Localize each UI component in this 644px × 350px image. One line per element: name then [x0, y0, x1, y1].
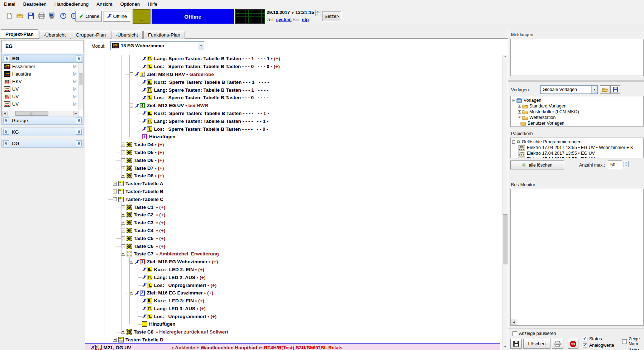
- collapse-icon[interactable]: ≫: [76, 56, 81, 61]
- tree-row[interactable]: ✗Kurz: LED 2: EIN • (+): [85, 266, 500, 274]
- expand-icon[interactable]: +: [121, 143, 125, 147]
- expand-icon[interactable]: +: [121, 166, 125, 170]
- tree-row[interactable]: +Taste C5 • (+): [85, 234, 500, 242]
- collapse-icon[interactable]: −: [512, 99, 515, 102]
- tree-row[interactable]: ✗Los: Sperre Tasten: Tabelle B Tasten - …: [85, 63, 500, 71]
- expand-icon[interactable]: +: [121, 205, 125, 209]
- checkbox-icon[interactable]: [583, 343, 587, 348]
- module-list-item[interactable]: SHSUVM: [2, 100, 83, 108]
- vorlagen-dropdown[interactable]: Globale Vorlagen ▼: [540, 85, 598, 94]
- tree-row[interactable]: −✗1Ziel: M18 EG Wohnzimmer • (+): [85, 258, 500, 266]
- tree-row[interactable]: ✗Lang: Sperre Tasten: Tabelle B Tasten -…: [85, 117, 500, 125]
- papierkorb-item[interactable]: SH+Elektro 17.04.2017 13:55 • EG UV: [512, 150, 643, 156]
- tab-bersicht[interactable]: -Übersicht: [39, 31, 71, 39]
- segment-header-garage[interactable]: ≫Garage≫: [1, 116, 84, 125]
- module-dropdown[interactable]: UPP 18 EG Wohnzimmer ▼: [110, 41, 204, 50]
- tree-row[interactable]: ✗Lang: LED 3: AUS • (+): [85, 305, 500, 313]
- checkbox-analogwerte[interactable]: Analogwerte: [583, 343, 614, 348]
- expand-icon[interactable]: +: [121, 229, 125, 232]
- time-spinner[interactable]: ▲▼: [315, 10, 320, 16]
- tree-row[interactable]: −✗3Ziel: M8 KG HKV • Garderobe: [85, 71, 500, 78]
- tree-row[interactable]: +Taste C4 • (+): [85, 227, 500, 235]
- time-value[interactable]: 13:21:15: [295, 10, 314, 15]
- papierkorb-item[interactable]: SH+Elektro 17.04.2017 13:55 • EG UV • Wo…: [512, 145, 643, 150]
- tree-row[interactable]: +Taste D5 • (+): [85, 149, 500, 157]
- tree-row[interactable]: −✗4Ziel: M12 EG UV • bei HWR: [85, 102, 500, 110]
- checkbox-zeige-que[interactable]: Zeige Que: [622, 348, 644, 350]
- expand-icon[interactable]: ≫: [3, 129, 9, 135]
- tree-row[interactable]: +Taste C3 • (+): [85, 219, 500, 227]
- scroll-left-icon[interactable]: ◀: [2, 111, 8, 116]
- tree-row[interactable]: ✗Lang: LED 2: AUS • (+): [85, 273, 500, 281]
- tree-row[interactable]: −CTasten-Tabelle C: [85, 195, 500, 203]
- scroll-thumb[interactable]: |||: [15, 111, 48, 116]
- record-button[interactable]: REC: [568, 339, 578, 349]
- expand-icon[interactable]: +: [121, 221, 125, 225]
- collapse-icon[interactable]: −: [121, 252, 125, 256]
- module-list-item[interactable]: UPPHaustüreM: [2, 70, 83, 78]
- expand-icon[interactable]: +: [518, 105, 521, 108]
- segment-header-eg[interactable]: ≫ EG ≫: [2, 54, 83, 63]
- zeit-ntp-link[interactable]: ntp: [302, 17, 309, 22]
- chevron-down-icon[interactable]: ▼: [198, 42, 204, 50]
- tab-projektplan[interactable]: Projekt-Plan: [1, 29, 38, 38]
- scroll-up-icon[interactable]: ▲: [502, 55, 508, 60]
- expand-icon[interactable]: ≫: [3, 140, 9, 146]
- module-list-item[interactable]: SH+UVM: [2, 85, 83, 93]
- expand-icon[interactable]: +: [113, 182, 117, 186]
- papierkorb-root-row[interactable]: −♻Gelöschte Programmierungen: [512, 139, 643, 145]
- segment-header-og[interactable]: ≫OG≫: [1, 139, 84, 148]
- tree-row[interactable]: +Taste D7 • (+): [85, 164, 500, 172]
- collapse-icon[interactable]: −: [129, 260, 133, 264]
- tree-row[interactable]: 5Hinzufügen: [85, 133, 500, 141]
- module-list-item[interactable]: SHSHKVM: [2, 78, 83, 85]
- tree-row[interactable]: +Taste C6 • (+): [85, 242, 500, 250]
- collapse-icon[interactable]: ≫: [4, 56, 9, 61]
- tree-row[interactable]: Hinzufügen: [85, 320, 500, 328]
- module-list-vscrollbar[interactable]: [78, 63, 83, 110]
- tree-vscrollbar[interactable]: ▲ ▼: [502, 55, 508, 350]
- checkbox-icon[interactable]: [622, 339, 627, 344]
- print-button[interactable]: [37, 11, 46, 20]
- tree-row[interactable]: −Taste C7 • Ambientebel. Erweiterung: [85, 250, 500, 258]
- collapse-icon[interactable]: −: [129, 104, 133, 107]
- monitor-loeschen-button[interactable]: Löschen: [523, 339, 550, 349]
- tree-row[interactable]: −✗2Ziel: M16 EG Esszimmer • (+): [85, 289, 500, 297]
- collapse-icon[interactable]: −: [113, 197, 117, 201]
- pc-connect-button[interactable]: [48, 11, 57, 20]
- tree-row[interactable]: ✗Kurz: LED 3: EIN • (+): [85, 297, 500, 305]
- checkbox-icon[interactable]: [512, 331, 517, 336]
- scroll-thumb[interactable]: [503, 214, 507, 264]
- zeit-system-link[interactable]: system: [276, 17, 291, 22]
- date-dropdown-icon[interactable]: ▼: [291, 11, 294, 15]
- tree-row[interactable]: +Taste D8 • (+): [85, 172, 500, 180]
- anzeige-pausieren-checkbox[interactable]: Anzeige pausieren: [512, 331, 556, 336]
- menu-item-optionen[interactable]: Optionen: [116, 0, 144, 7]
- new-file-button[interactable]: ✶: [5, 11, 14, 20]
- menu-item-hilfe[interactable]: Hilfe: [144, 0, 161, 7]
- menu-item-datei[interactable]: Datei: [0, 0, 19, 7]
- expand-icon[interactable]: +: [121, 236, 125, 240]
- scroll-right-icon[interactable]: ▶: [73, 111, 78, 116]
- tree-row[interactable]: +Taste C8 • Heizregler zurück auf Sollwe…: [85, 328, 500, 336]
- monitor-save-button[interactable]: [510, 339, 522, 349]
- expand-icon[interactable]: ≫: [76, 129, 82, 135]
- vorlagen-tree-row[interactable]: +Musterkoffer (LCN-MKO): [512, 109, 643, 115]
- expand-icon[interactable]: +: [121, 150, 125, 154]
- tree-row[interactable]: +Taste D4 • (+): [85, 141, 500, 149]
- expand-icon[interactable]: ≫: [3, 118, 9, 123]
- tree-row[interactable]: ✗Los: Unprogrammiert • (+): [85, 312, 500, 320]
- vorlagen-tree-row[interactable]: +Wetterstation: [512, 115, 643, 120]
- module-list-hscrollbar[interactable]: ◀ ||| ▶: [2, 111, 78, 116]
- vorlagen-open-button[interactable]: [600, 85, 610, 94]
- monitor-print-button[interactable]: [552, 339, 563, 349]
- expand-icon[interactable]: +: [121, 158, 125, 162]
- tree-row[interactable]: ✗Los: Unprogrammiert • (+): [85, 281, 500, 289]
- tree-row[interactable]: +Taste C1 • (+): [85, 203, 500, 211]
- anzahl-max-input[interactable]: 50: [608, 160, 622, 169]
- offline-button[interactable]: ✗ Offline: [103, 11, 130, 21]
- tab-gruppenplan[interactable]: Gruppen-Plan: [71, 31, 110, 39]
- alle-loeschen-button[interactable]: ♻ alle löschen: [510, 160, 564, 169]
- tree-row[interactable]: ✗Kurz: Sperre Tasten: Tabelle B Tasten -…: [85, 78, 500, 86]
- expand-icon[interactable]: +: [121, 174, 125, 178]
